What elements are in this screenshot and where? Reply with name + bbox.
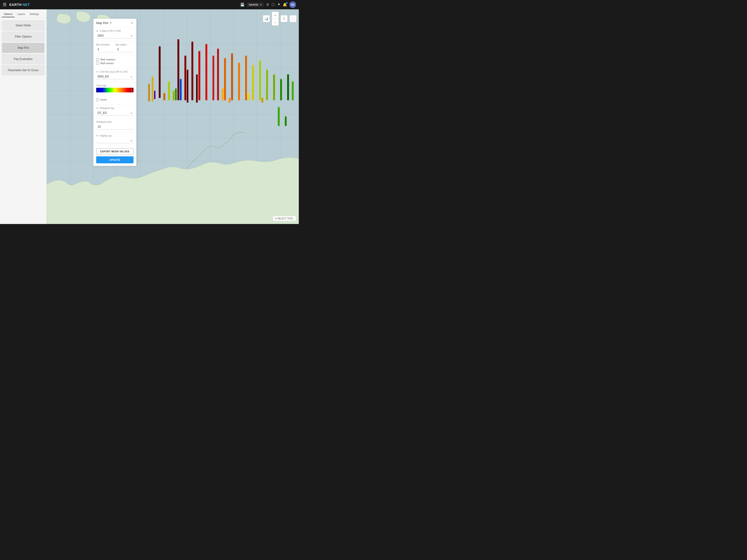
svg-point-59 <box>173 90 175 91</box>
zoom-controls: + − <box>272 12 279 26</box>
svg-rect-70 <box>229 98 230 103</box>
tab-layers[interactable]: Layers <box>16 11 27 17</box>
svg-point-41 <box>245 56 247 56</box>
logo-net: NET <box>23 3 30 6</box>
x-data-select[interactable]: DEN <box>96 33 133 38</box>
well-markers-label: Well markers <box>100 58 115 61</box>
bar-elevation-label: Bar elevation <box>96 44 114 46</box>
svg-rect-64 <box>180 79 182 100</box>
svg-point-39 <box>238 62 240 63</box>
invert-checkbox[interactable] <box>96 98 99 101</box>
svg-rect-58 <box>173 91 175 100</box>
svg-point-57 <box>168 81 170 82</box>
x-data-label: ⚙ X data [1.99 to 2.65] <box>96 30 133 32</box>
tab-settings[interactable]: Settings <box>28 11 41 17</box>
svg-rect-22 <box>184 56 186 100</box>
svg-point-79 <box>285 116 287 117</box>
zoom-out-button[interactable]: − <box>272 19 279 26</box>
visibility-icon[interactable]: 👁 <box>109 21 112 25</box>
well-names-label: Well names <box>100 62 114 64</box>
help-icon[interactable]: ⓘ <box>272 3 275 7</box>
color-by-log-select[interactable]: DEN_ED <box>96 74 133 79</box>
main-layout: Options Layers Settings Select Wells Fil… <box>0 9 299 224</box>
app-logo: EARTHNET <box>9 3 30 6</box>
sidebar-item-select-wells[interactable]: Select Wells <box>2 20 45 31</box>
bar-radius-input[interactable] <box>116 47 133 52</box>
tab-options[interactable]: Options <box>2 11 15 17</box>
panel-header: Map Plot 👁 ✕ <box>93 19 136 27</box>
svg-point-21 <box>177 39 179 40</box>
invert-label: Invert <box>100 98 107 101</box>
svg-point-67 <box>175 88 177 89</box>
export-mean-values-button[interactable]: EXPORT MEAN VALUES <box>96 148 133 155</box>
histogram-log-select[interactable]: DT_ED <box>96 110 133 116</box>
svg-rect-32 <box>217 49 219 100</box>
database-icon[interactable]: 💾 <box>240 3 244 7</box>
color-by-log-section: ⚙ Color By Log [1.99 to 2.65] DEN_ED ▼ <box>93 68 136 82</box>
svg-rect-26 <box>199 51 200 100</box>
menu-icon[interactable]: ☰ <box>3 2 6 7</box>
select-tool-label: SELECT TOOL <box>278 217 293 220</box>
sidebar-item-map-plot[interactable]: Map Plot <box>2 43 45 53</box>
histogram-log-section: ⚙ Histogram log DT_ED ▼ <box>93 105 136 118</box>
svg-rect-42 <box>252 65 254 100</box>
sidebar-item-filter-options[interactable]: Filter Options <box>2 31 45 42</box>
select-tool-button[interactable]: ⎘ SELECT TOOL <box>273 216 296 221</box>
svg-point-31 <box>212 56 214 56</box>
color-by-log-label: ⚙ Color By Log [1.99 to 2.65] <box>96 71 133 73</box>
x-data-section: ⚙ X data [1.99 to 2.65] DEN ▼ <box>93 27 136 41</box>
svg-point-53 <box>287 74 289 75</box>
svg-point-75 <box>261 98 263 99</box>
workspace-selector[interactable]: barents ▼ <box>247 3 264 7</box>
map-plot-panel: Map Plot 👁 ✕ ⚙ X data [1.99 to 2.65] DEN… <box>93 19 136 166</box>
svg-rect-74 <box>261 98 263 103</box>
svg-point-19 <box>159 46 161 47</box>
svg-point-69 <box>222 88 224 89</box>
user-avatar[interactable]: DE <box>289 1 296 8</box>
select-tool-icon: ⎘ <box>275 217 277 220</box>
svg-point-29 <box>205 44 207 45</box>
x-data-gear-icon[interactable]: ⚙ <box>96 30 98 32</box>
bar-elevation-input[interactable] <box>96 47 114 52</box>
histogram-bins-section: Histogram bins <box>93 118 136 132</box>
compass-icon-button[interactable]: ⇧ <box>281 15 288 22</box>
svg-point-47 <box>266 70 268 71</box>
svg-point-71 <box>229 98 230 99</box>
sidebar-item-parametric-net-to-gross[interactable]: Parametric Net To Gross <box>2 65 45 75</box>
sidebar-item-pay-evaluation[interactable]: Pay Evaluation <box>2 54 45 64</box>
svg-rect-80 <box>187 70 188 103</box>
fullscreen-icon-button[interactable]: ⛶ <box>289 15 297 22</box>
sidebar-tabs: Options Layers Settings <box>0 11 47 18</box>
settings-icon[interactable]: ⚙ <box>266 3 269 7</box>
svg-point-85 <box>152 77 153 77</box>
svg-point-45 <box>259 60 261 61</box>
svg-rect-66 <box>175 89 177 100</box>
chart-icon-button[interactable]: 📊 <box>263 15 270 22</box>
histogram-bins-input[interactable] <box>96 124 133 130</box>
svg-rect-82 <box>196 75 198 103</box>
histogram-log-gear-icon[interactable]: ⚙ <box>96 107 98 109</box>
svg-rect-68 <box>222 89 224 100</box>
update-button[interactable]: UPDATE <box>96 156 133 163</box>
bar-radius-label: Bar radius <box>116 44 133 46</box>
bar-radius-field: Bar radius <box>116 44 133 52</box>
color-by-log-gear-icon[interactable]: ⚙ <box>96 71 98 73</box>
well-markers-checkbox[interactable] <box>96 58 99 61</box>
svg-point-65 <box>180 79 182 80</box>
close-panel-button[interactable]: ✕ <box>131 21 133 25</box>
kriging-log-select[interactable] <box>96 138 133 143</box>
well-names-checkbox[interactable] <box>96 62 99 64</box>
notification-icon[interactable]: 🔔 <box>283 3 287 7</box>
colormap-bar[interactable] <box>96 88 133 92</box>
kriging-log-gear-icon[interactable]: ⚙ <box>96 134 98 137</box>
svg-rect-44 <box>259 61 261 100</box>
x-data-select-wrapper: DEN ▼ <box>96 33 133 38</box>
map-controls-top: 📊 + − ⇧ ⛶ <box>263 12 297 26</box>
bookmark-icon[interactable]: ⚑ <box>277 3 280 7</box>
zoom-in-button[interactable]: + <box>272 12 279 19</box>
navbar-right: 💾 barents ▼ ⚙ ⓘ ⚑ 🔔 DE <box>240 1 296 8</box>
svg-point-33 <box>217 49 219 50</box>
left-sidebar: Options Layers Settings Select Wells Fil… <box>0 9 47 224</box>
bar-elevation-field: Bar elevation <box>96 44 114 52</box>
svg-point-55 <box>292 81 294 82</box>
